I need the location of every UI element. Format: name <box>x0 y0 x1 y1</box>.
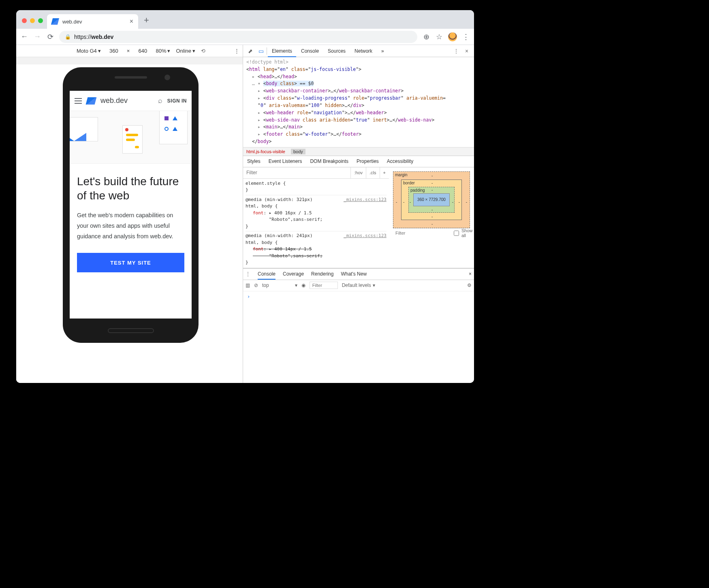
tab-dom-breakpoints[interactable]: DOM Breakpoints <box>310 158 348 164</box>
dom-node[interactable]: <web-header role="navigation">…</web-hea… <box>246 109 474 117</box>
dom-node[interactable]: <div class="w-loading-progress" role="pr… <box>246 95 474 102</box>
styles-filter-input[interactable] <box>243 170 350 175</box>
profile-avatar[interactable] <box>448 32 457 41</box>
drawer-tab-rendering[interactable]: Rendering <box>311 271 333 277</box>
sign-in-link[interactable]: SIGN IN <box>167 98 187 104</box>
drawer-tab-coverage[interactable]: Coverage <box>283 271 304 277</box>
tab-accessibility[interactable]: Accessibility <box>387 158 413 164</box>
log-levels-select[interactable]: Default levels ▾ <box>342 282 375 288</box>
css-rules[interactable]: element.style { } _mixins.scss:123@media… <box>243 179 389 268</box>
cls-toggle[interactable]: .cls <box>366 167 380 178</box>
site-name: web.dev <box>100 96 128 105</box>
favicon-icon <box>51 18 59 25</box>
dom-node[interactable]: <!doctype html> <box>246 59 474 66</box>
dom-node[interactable]: <footer class="w-footer">…</footer> <box>246 131 474 138</box>
hero-section: Let's build the future of the web Get th… <box>70 164 192 283</box>
drawer-close-icon[interactable]: × <box>469 271 472 277</box>
dom-node[interactable]: "0" aria-valuemax="100" hidden>…</div> <box>246 102 474 109</box>
dom-node[interactable]: <web-snackbar-container>…</web-snackbar-… <box>246 88 474 95</box>
dom-node[interactable]: <head>…</head> <box>246 73 474 81</box>
rotate-icon[interactable]: ⟲ <box>201 48 205 54</box>
device-canvas: web.dev ⌕ SIGN IN <box>16 57 243 383</box>
tabs-overflow[interactable]: » <box>377 45 388 57</box>
browser-window: web.dev × + ← → ⟳ 🔒 https://web.dev ⊕ ☆ … <box>16 10 474 383</box>
zoom-select[interactable]: 80% ▾ <box>156 48 170 54</box>
styles-pane: :hov .cls + element.style { } _mixins.sc… <box>243 167 389 268</box>
dom-node-selected[interactable]: … <body class> == $0 <box>246 80 474 88</box>
add-page-icon[interactable]: ⊕ <box>422 32 430 41</box>
clear-console-icon[interactable]: ⊘ <box>254 282 258 288</box>
console-filter-input[interactable] <box>310 282 338 289</box>
tab-console[interactable]: Console <box>297 45 323 57</box>
page-viewport[interactable]: web.dev ⌕ SIGN IN <box>70 91 192 319</box>
device-frame: web.dev ⌕ SIGN IN <box>63 67 199 343</box>
tab-network[interactable]: Network <box>350 45 376 57</box>
device-menu-icon[interactable]: ⋮ <box>231 48 243 54</box>
tab-styles[interactable]: Styles <box>247 158 261 164</box>
breadcrumb[interactable]: html.js-focus-visible body <box>243 147 474 156</box>
drawer-menu-icon[interactable]: ⋮ <box>246 271 250 277</box>
new-tab-button[interactable]: + <box>138 15 155 29</box>
test-my-site-button[interactable]: TEST MY SITE <box>77 253 184 272</box>
bookmark-icon[interactable]: ☆ <box>435 32 443 41</box>
console-prompt: › <box>247 294 250 299</box>
throttle-select[interactable]: Online ▾ <box>176 48 195 54</box>
tab-strip: web.dev × + <box>16 10 474 29</box>
close-window[interactable] <box>22 18 27 23</box>
back-button[interactable]: ← <box>20 32 28 41</box>
address-bar[interactable]: 🔒 https://web.dev <box>59 31 417 43</box>
computed-filter-input[interactable] <box>395 231 451 235</box>
tab-title: web.dev <box>62 19 126 25</box>
minimize-window[interactable] <box>30 18 35 23</box>
viewport-width[interactable]: 360 <box>107 48 121 54</box>
hov-toggle[interactable]: :hov <box>350 167 366 178</box>
box-model-pane: margin -- -- border -- -- padding -- -- … <box>389 167 474 268</box>
dom-node[interactable]: </body> <box>246 138 474 145</box>
viewport-height[interactable]: 640 <box>135 48 150 54</box>
close-tab-icon[interactable]: × <box>130 18 133 25</box>
dom-node[interactable]: <main>…</main> <box>246 124 474 131</box>
devtools-close-icon[interactable]: × <box>462 48 472 54</box>
browser-tab[interactable]: web.dev × <box>47 14 138 29</box>
browser-toolbar: ← → ⟳ 🔒 https://web.dev ⊕ ☆ ⋮ <box>16 29 474 45</box>
crumb-html[interactable]: html.js-focus-visible <box>246 149 285 154</box>
dimension-separator: × <box>127 48 130 54</box>
crumb-body[interactable]: body <box>291 149 305 154</box>
window-controls <box>20 18 47 29</box>
live-expression-icon[interactable]: ◉ <box>301 282 305 288</box>
console-sidebar-icon[interactable]: ▥ <box>246 282 250 288</box>
new-rule-button[interactable]: + <box>380 167 389 178</box>
device-toggle-icon[interactable]: ▭ <box>256 48 266 54</box>
site-header: web.dev ⌕ SIGN IN <box>70 91 192 111</box>
context-select[interactable]: top ▾ <box>262 282 297 288</box>
box-model-content: 360 × 7729.700 <box>413 193 450 206</box>
show-all-checkbox[interactable] <box>454 231 459 236</box>
lock-icon: 🔒 <box>65 34 71 40</box>
browser-menu-icon[interactable]: ⋮ <box>462 32 470 41</box>
console-settings-icon[interactable]: ⚙ <box>467 282 472 288</box>
forward-button[interactable]: → <box>33 32 41 41</box>
device-select[interactable]: Moto G4 ▾ <box>77 48 101 54</box>
tab-event-listeners[interactable]: Event Listeners <box>269 158 302 164</box>
menu-icon[interactable] <box>75 98 82 104</box>
tab-properties[interactable]: Properties <box>357 158 379 164</box>
hero-title: Let's build the future of the web <box>77 174 184 203</box>
devtools-menu-icon[interactable]: ⋮ <box>451 48 461 54</box>
dom-tree[interactable]: <!doctype html> <html lang="en" class="j… <box>243 57 474 147</box>
tab-elements[interactable]: Elements <box>268 45 296 57</box>
device-toolbar: Moto G4 ▾ 360 × 640 80% ▾ Online ▾ ⟲ ⋮ <box>16 45 243 57</box>
devtools-drawer: ⋮ Console Coverage Rendering What's New … <box>243 268 474 352</box>
dom-node[interactable]: <web-side-nav class aria-hidden="true" i… <box>246 117 474 124</box>
tab-sources[interactable]: Sources <box>324 45 350 57</box>
styles-tabbar: Styles Event Listeners DOM Breakpoints P… <box>243 156 474 167</box>
drawer-tab-whatsnew[interactable]: What's New <box>341 271 367 277</box>
console-output[interactable]: › <box>243 291 474 352</box>
reload-button[interactable]: ⟳ <box>46 32 54 41</box>
search-icon[interactable]: ⌕ <box>158 96 162 105</box>
maximize-window[interactable] <box>38 18 43 23</box>
box-model-diagram[interactable]: margin -- -- border -- -- padding -- -- … <box>393 171 470 228</box>
devtools-tabbar: ⬈ ▭ Elements Console Sources Network » ⋮… <box>243 45 474 57</box>
dom-node[interactable]: <html lang="en" class="js-focus-visible"… <box>246 66 474 73</box>
drawer-tab-console[interactable]: Console <box>258 268 275 280</box>
inspect-icon[interactable]: ⬈ <box>246 48 255 54</box>
